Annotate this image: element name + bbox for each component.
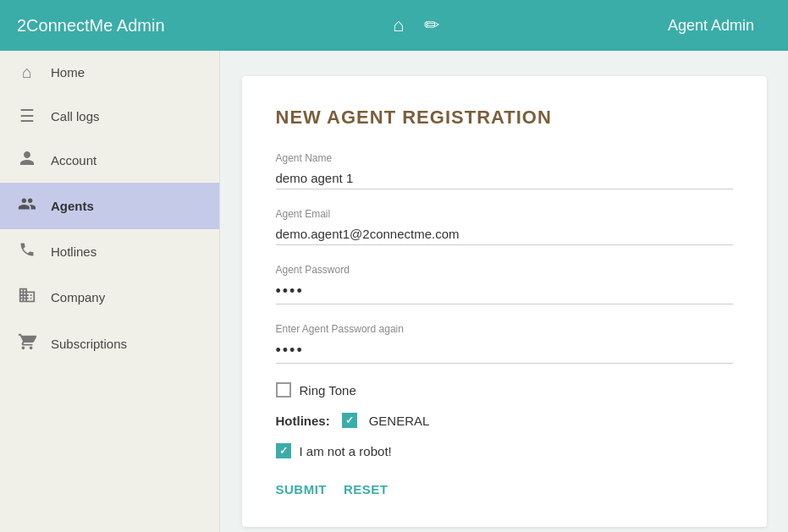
subscriptions-icon: [17, 332, 37, 355]
agent-password-confirm-label: Enter Agent Password again: [276, 323, 733, 335]
main-layout: ⌂ Home ☰ Call logs Account Agents Hotlin…: [0, 51, 788, 532]
sidebar-item-company[interactable]: Company: [0, 274, 219, 321]
sidebar-item-label: Home: [51, 65, 85, 80]
robot-row: I am not a robot!: [276, 443, 733, 458]
app-title: 2ConnectMe Admin: [17, 16, 165, 36]
sidebar-item-call-logs[interactable]: ☰ Call logs: [0, 94, 219, 138]
agent-password-label: Agent Password: [276, 264, 733, 276]
hotlines-icon: [17, 241, 37, 262]
sidebar-item-label: Call logs: [51, 109, 100, 123]
ring-tone-checkbox[interactable]: [276, 382, 291, 398]
agent-name-label: Agent Name: [276, 152, 733, 164]
ring-tone-row: Ring Tone: [276, 382, 733, 398]
hotlines-row: Hotlines: GENERAL: [276, 413, 733, 428]
topbar-title: Agent Admin: [668, 17, 754, 35]
action-buttons: SUBMIT RESET: [276, 482, 733, 496]
ring-tone-label: Ring Tone: [300, 383, 356, 398]
agent-email-input[interactable]: [276, 223, 733, 245]
agent-password-confirm-input[interactable]: [276, 338, 733, 364]
general-label: GENERAL: [369, 414, 430, 428]
general-checkbox[interactable]: [342, 413, 357, 428]
agent-password-input[interactable]: [276, 279, 733, 304]
form-title: NEW AGENT REGISTRATION: [276, 107, 733, 129]
agents-icon: [17, 195, 37, 217]
agent-password-confirm-group: Enter Agent Password again: [276, 323, 733, 364]
sidebar-item-label: Hotlines: [51, 244, 96, 259]
sidebar-item-agents[interactable]: Agents: [0, 183, 219, 229]
sidebar-item-home[interactable]: ⌂ Home: [0, 51, 219, 94]
sidebar: ⌂ Home ☰ Call logs Account Agents Hotlin…: [0, 51, 220, 532]
topbar: 2ConnectMe Admin ⌂ ✏ Agent Admin: [0, 0, 788, 51]
reset-button[interactable]: RESET: [344, 482, 388, 496]
hotlines-label: Hotlines:: [276, 414, 330, 428]
home-icon[interactable]: ⌂: [393, 14, 404, 36]
submit-button[interactable]: SUBMIT: [276, 482, 328, 496]
agent-email-group: Agent Email: [276, 208, 733, 245]
sidebar-item-label: Company: [51, 290, 105, 304]
content-area: NEW AGENT REGISTRATION Agent Name Agent …: [220, 51, 788, 532]
home-icon: ⌂: [17, 63, 37, 82]
company-icon: [17, 286, 37, 309]
sidebar-item-label: Account: [51, 153, 96, 167]
sidebar-item-account[interactable]: Account: [0, 138, 219, 183]
agent-password-group: Agent Password: [276, 264, 733, 304]
account-icon: [17, 150, 37, 171]
topbar-icons: ⌂ ✏: [393, 14, 439, 36]
sidebar-item-subscriptions[interactable]: Subscriptions: [0, 321, 219, 367]
robot-checkbox[interactable]: [276, 443, 291, 458]
edit-icon[interactable]: ✏: [424, 14, 439, 36]
sidebar-item-label: Subscriptions: [51, 337, 127, 351]
sidebar-item-label: Agents: [51, 199, 94, 213]
agent-name-group: Agent Name: [276, 152, 733, 189]
agent-name-input[interactable]: [276, 167, 733, 189]
registration-card: NEW AGENT REGISTRATION Agent Name Agent …: [242, 76, 767, 527]
call-logs-icon: ☰: [17, 106, 37, 126]
sidebar-item-hotlines[interactable]: Hotlines: [0, 229, 219, 274]
robot-label: I am not a robot!: [300, 444, 392, 458]
agent-email-label: Agent Email: [276, 208, 733, 220]
